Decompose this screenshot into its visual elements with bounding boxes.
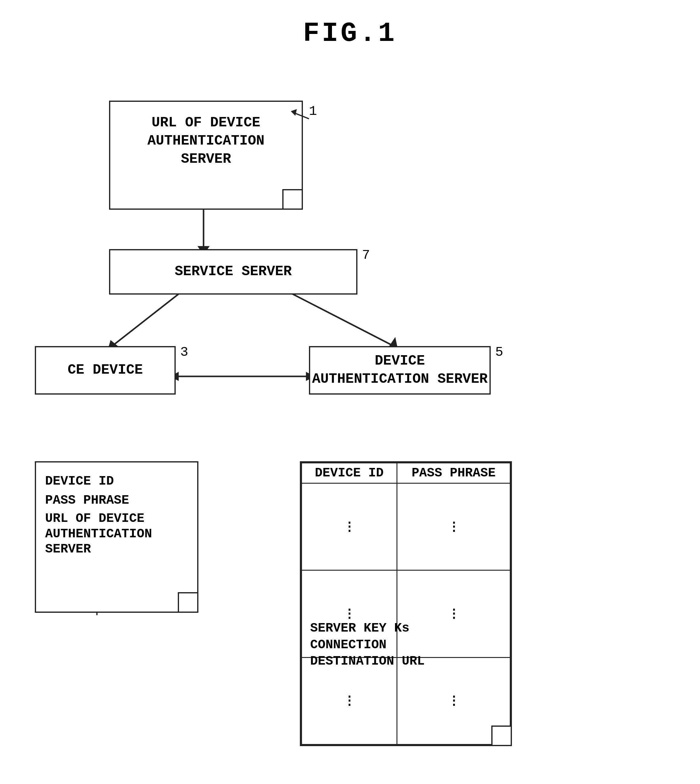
table-cell-dots-1a: ⋮ xyxy=(302,483,397,570)
device-pass-table: DEVICE ID PASS PHRASE ⋮ ⋮ ⋮ ⋮ ⋮ ⋮ xyxy=(301,463,511,745)
ref-label-7: 7 xyxy=(362,247,370,263)
ce-device-box: CE DEVICE xyxy=(35,346,176,395)
ce-device-label: CE DEVICE xyxy=(68,361,143,379)
url-doc-line2: AUTHENTICATION SERVER xyxy=(122,132,290,169)
device-auth-line2: AUTHENTICATION SERVER xyxy=(312,370,488,388)
service-server-box: SERVICE SERVER xyxy=(109,249,357,294)
ce-doc-line4: AUTHENTICATION SERVER xyxy=(45,527,188,557)
page-title: FIG.1 xyxy=(0,0,700,61)
table-header-device-id: DEVICE ID xyxy=(302,463,397,483)
ce-doc-box: DEVICE ID PASS PHRASE URL OF DEVICE AUTH… xyxy=(35,461,198,613)
ce-doc-line3: URL OF DEVICE xyxy=(45,511,188,526)
ce-doc-line2: PASS PHRASE xyxy=(45,492,188,509)
url-doc-line1: URL OF DEVICE xyxy=(122,114,290,132)
svg-line-5 xyxy=(288,291,394,346)
ref-label-5: 5 xyxy=(495,344,503,360)
table-header-pass-phrase: PASS PHRASE xyxy=(397,463,510,483)
ce-doc-line1: DEVICE ID xyxy=(45,473,188,490)
server-doc-box: DEVICE ID PASS PHRASE ⋮ ⋮ ⋮ ⋮ ⋮ ⋮ xyxy=(300,461,512,746)
service-server-label: SERVICE SERVER xyxy=(175,263,292,281)
server-doc-footer2: CONNECTION xyxy=(310,637,502,654)
device-auth-line1: DEVICE xyxy=(312,352,488,370)
ref-label-1: 1 xyxy=(309,104,317,119)
ref-label-3: 3 xyxy=(180,344,188,360)
svg-line-3 xyxy=(112,291,182,346)
server-doc-footer1: SERVER KEY Ks xyxy=(310,620,502,637)
url-doc-box: URL OF DEVICE AUTHENTICATION SERVER xyxy=(109,100,303,210)
table-cell-dots-1b: ⋮ xyxy=(397,483,510,570)
server-doc-footer3: DESTINATION URL xyxy=(310,653,502,670)
device-auth-server-box: DEVICE AUTHENTICATION SERVER xyxy=(309,346,491,395)
